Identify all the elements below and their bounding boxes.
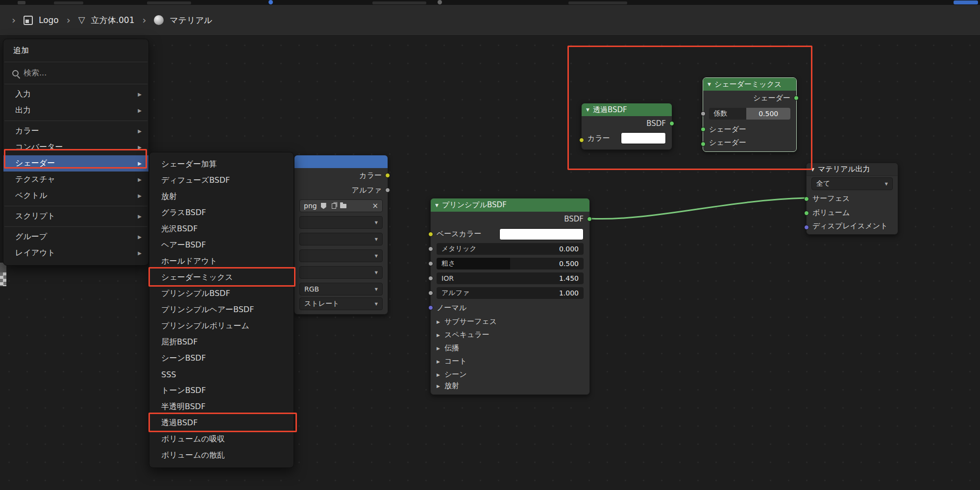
collapse-icon[interactable]: ▼ xyxy=(708,82,711,87)
section-transmission[interactable]: ▶ 伝播 xyxy=(431,342,589,355)
breadcrumb-separator-icon: › xyxy=(140,14,148,26)
submenu-item-volume-scatter[interactable]: ボリュームの散乱 xyxy=(149,447,294,464)
submenu-item-glossy-bsdf[interactable]: 光沢BSDF xyxy=(149,221,294,237)
submenu-item-add-shader[interactable]: シェーダー加算 xyxy=(149,156,294,172)
output-target-dropdown[interactable]: 全て ▼ xyxy=(811,177,893,190)
submenu-item-hair-bsdf[interactable]: ヘアーBSDF xyxy=(149,237,294,253)
alpha-row: アルファ 1.000 xyxy=(431,286,589,300)
menu-item-input[interactable]: 入力 ▶ xyxy=(3,86,148,102)
section-coat[interactable]: ▶ コート xyxy=(431,355,589,368)
submenu-item-principled-volume[interactable]: プリンシプルボリューム xyxy=(149,318,294,334)
volume-input-socket[interactable] xyxy=(804,211,809,216)
interpolation-dropdown[interactable]: ▼ xyxy=(299,216,383,229)
fake-user-icon[interactable] xyxy=(321,203,326,209)
section-emission[interactable]: ▶ 放射 xyxy=(431,381,589,394)
fac-field[interactable]: 係数 0.500 xyxy=(709,108,790,120)
menu-item-color[interactable]: カラー ▶ xyxy=(3,123,148,139)
material-output-node[interactable]: ▼ マテリアル出力 全て ▼ サーフェス ボリューム ディスプレイスメント xyxy=(806,163,898,235)
collapse-icon[interactable]: ▼ xyxy=(586,107,589,112)
material-output-node-header[interactable]: ▼ マテリアル出力 xyxy=(807,163,898,176)
duplicate-icon[interactable] xyxy=(332,203,336,209)
submenu-item-sss[interactable]: SSS xyxy=(149,367,294,383)
displacement-input-row: ディスプレイスメント xyxy=(807,220,898,234)
menu-item-texture[interactable]: テクスチャ ▶ xyxy=(3,172,148,188)
editor-type-icon[interactable] xyxy=(24,16,33,25)
shader-input-socket-2[interactable] xyxy=(701,142,706,147)
menu-item-shader[interactable]: シェーダー ▶ xyxy=(3,155,148,172)
color-output-socket[interactable] xyxy=(385,173,390,178)
menu-item-converter[interactable]: コンバーター ▶ xyxy=(3,139,148,155)
principled-bsdf-node-header[interactable]: ▼ プリンシプルBSDF xyxy=(431,198,589,212)
base-color-input-socket[interactable] xyxy=(428,232,433,237)
roughness-input-socket[interactable] xyxy=(428,261,433,266)
color-input-socket[interactable] xyxy=(579,138,584,143)
bsdf-output-label: BSDF xyxy=(646,119,666,128)
menu-item-output[interactable]: 出力 ▶ xyxy=(3,102,148,119)
alpha-mode-dropdown[interactable]: ストレート ▼ xyxy=(299,297,383,310)
submenu-item-principled-hair-bsdf[interactable]: プリンシプルヘアーBSDF xyxy=(149,302,294,318)
alpha-input-socket[interactable] xyxy=(428,291,433,295)
topbar-icon-fragment xyxy=(54,1,83,4)
submenu-item-principled-bsdf[interactable]: プリンシプルBSDF xyxy=(149,286,294,302)
colorspace-dropdown[interactable]: RGB ▼ xyxy=(299,283,383,295)
breadcrumb-mesh-name[interactable]: 立方体.001 xyxy=(91,15,135,26)
menu-item-layout[interactable]: レイアウト ▶ xyxy=(3,245,148,261)
submenu-item-emission[interactable]: 放射 xyxy=(149,189,294,205)
submenu-item-transparent-bsdf[interactable]: 透過BSDF xyxy=(149,415,294,431)
submenu-item-volume-absorption[interactable]: ボリュームの吸収 xyxy=(149,431,294,447)
color-swatch[interactable] xyxy=(621,132,666,144)
section-specular[interactable]: ▶ スペキュラー xyxy=(431,328,589,342)
breadcrumb-material-name[interactable]: マテリアル xyxy=(170,15,212,26)
fac-value: 0.500 xyxy=(746,108,790,120)
source-dropdown[interactable]: ▼ xyxy=(299,266,383,279)
panel-expand-icon[interactable]: › xyxy=(10,14,18,26)
section-sheen[interactable]: ▶ シーン xyxy=(431,368,589,381)
breadcrumb-object-name[interactable]: Logo xyxy=(39,15,59,25)
image-datablock-field[interactable]: png × xyxy=(299,199,383,212)
transparent-bsdf-node-header[interactable]: ▼ 透過BSDF xyxy=(582,103,672,116)
collapse-icon[interactable]: ▼ xyxy=(435,203,439,208)
fac-input-socket[interactable] xyxy=(701,111,706,116)
image-texture-node[interactable]: カラー アルファ png × ▼ ▼ ▼ ▼ RGB xyxy=(294,155,388,315)
shader-input-socket-1[interactable] xyxy=(701,127,706,132)
collapse-icon[interactable]: ▼ xyxy=(811,167,814,172)
mix-shader-node[interactable]: ▼ シェーダーミックス シェーダー 係数 0.500 シェーダー シェーダー xyxy=(703,77,797,152)
submenu-item-toon-bsdf[interactable]: トーンBSDF xyxy=(149,383,294,399)
metallic-field[interactable]: メタリック 0.000 xyxy=(437,243,584,255)
metallic-input-socket[interactable] xyxy=(428,246,433,251)
section-subsurface[interactable]: ▶ サブサーフェス xyxy=(431,315,589,328)
shader-output-socket[interactable] xyxy=(794,96,799,100)
transparent-bsdf-node[interactable]: ▼ 透過BSDF BSDF カラー xyxy=(581,103,672,150)
menu-item-script[interactable]: スクリプト ▶ xyxy=(3,208,148,224)
menu-item-vector[interactable]: ベクトル ▶ xyxy=(3,188,148,204)
submenu-item-diffuse-bsdf[interactable]: ディフューズBSDF xyxy=(149,172,294,189)
unlink-icon[interactable]: × xyxy=(372,201,378,210)
displacement-input-socket[interactable] xyxy=(804,225,809,230)
bsdf-output-socket[interactable] xyxy=(669,121,674,126)
submenu-item-glass-bsdf[interactable]: グラスBSDF xyxy=(149,205,294,221)
image-texture-node-header[interactable] xyxy=(294,155,388,168)
open-file-icon[interactable] xyxy=(340,204,346,208)
principled-bsdf-node[interactable]: ▼ プリンシプルBSDF BSDF ベースカラー メタリック 0.000 粗さ … xyxy=(430,198,590,395)
submenu-item-translucent-bsdf[interactable]: 半透明BSDF xyxy=(149,399,294,415)
surface-input-socket[interactable] xyxy=(804,196,809,201)
menu-item-label: 出力 xyxy=(15,105,31,116)
projection-dropdown[interactable]: ▼ xyxy=(299,233,383,245)
submenu-item-holdout[interactable]: ホールドアウト xyxy=(149,253,294,270)
ior-field[interactable]: IOR 1.450 xyxy=(437,272,584,284)
ior-input-socket[interactable] xyxy=(428,276,433,281)
extension-dropdown[interactable]: ▼ xyxy=(299,249,383,262)
mix-shader-node-header[interactable]: ▼ シェーダーミックス xyxy=(703,78,796,91)
submenu-item-refraction-bsdf[interactable]: 屈折BSDF xyxy=(149,334,294,350)
menu-item-label: コンバーター xyxy=(15,142,63,152)
alpha-output-socket[interactable] xyxy=(385,188,390,193)
menu-item-group[interactable]: グループ ▶ xyxy=(3,229,148,245)
submenu-item-sheen-bsdf[interactable]: シーンBSDF xyxy=(149,350,294,367)
bsdf-output-socket[interactable] xyxy=(587,217,592,221)
submenu-item-mix-shader[interactable]: シェーダーミックス xyxy=(149,270,294,286)
alpha-field[interactable]: アルファ 1.000 xyxy=(437,287,584,299)
base-color-swatch[interactable] xyxy=(499,228,584,240)
normal-input-socket[interactable] xyxy=(428,305,433,310)
roughness-slider[interactable]: 粗さ 0.500 xyxy=(437,258,584,270)
menu-search[interactable]: 検索... xyxy=(3,64,148,82)
